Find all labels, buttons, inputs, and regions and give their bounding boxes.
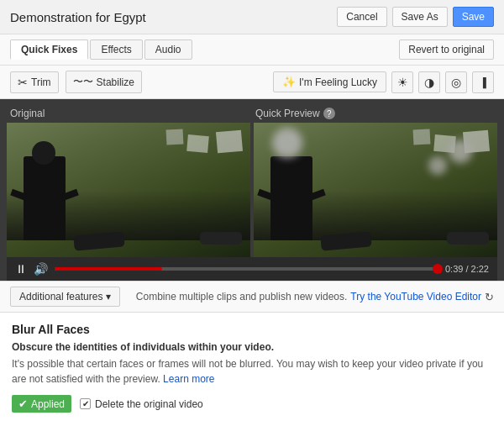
blur-section-subtitle: Obscure the identities of individuals wi… [12,341,492,353]
delete-original-checkbox-row[interactable]: ✔ Delete the original video [80,398,203,410]
color-temp-button[interactable]: ▐ [472,71,494,93]
stabilize-label: Stabilize [97,76,134,88]
try-editor-link[interactable]: Try the YouTube Video Editor [350,291,481,303]
trim-icon: ✂ [18,76,28,89]
original-label: Original [7,108,252,119]
video-controls: ⏸ 🔊 0:39 / 2:22 [7,257,497,281]
contrast-icon: ◑ [424,76,434,89]
progress-bar[interactable] [55,267,438,271]
stabilize-button[interactable]: 〜〜 Stabilize [66,71,142,93]
feeling-lucky-button[interactable]: ✨ I'm Feeling Lucky [273,71,386,92]
tab-effects[interactable]: Effects [90,39,142,60]
header-buttons: Cancel Save As Save [337,7,494,27]
combine-text-area: Combine multiple clips and publish new v… [136,291,494,303]
saturation-icon: ◎ [451,76,461,89]
lucky-icon: ✨ [282,76,296,88]
delete-checkbox[interactable]: ✔ [80,398,91,409]
tab-audio[interactable]: Audio [144,39,192,60]
saturation-button[interactable]: ◎ [445,71,467,93]
trim-button[interactable]: ✂ Trim [10,71,59,93]
contrast-button[interactable]: ◑ [418,71,440,93]
save-as-button[interactable]: Save As [392,7,448,27]
preview-label: Quick Preview ? [252,108,497,119]
lucky-label: I'm Feeling Lucky [299,76,377,88]
preview-video-panel [254,123,497,257]
applied-label: Applied [31,398,65,410]
page-title: Demonstration for Egypt [10,10,146,24]
blur-section-title: Blur All Faces [12,323,492,336]
progress-bar-fill [55,267,162,271]
trim-label: Trim [31,76,51,88]
blur-all-faces-section: Blur All Faces Obscure the identities of… [0,313,504,421]
applied-badge: ✔ Applied [12,395,71,413]
learn-more-link[interactable]: Learn more [163,373,214,385]
play-pause-button[interactable]: ⏸ [15,262,27,276]
header: Demonstration for Egypt Cancel Save As S… [0,0,504,34]
original-video-panel [7,123,250,257]
toolbar-row: Quick Fixes Effects Audio Revert to orig… [0,34,504,66]
save-button[interactable]: Save [453,7,494,27]
bottom-toolbar: Additional features ▾ Combine multiple c… [0,281,504,313]
cancel-button[interactable]: Cancel [337,7,386,27]
additional-features-button[interactable]: Additional features ▾ [10,287,120,307]
dropdown-icon: ▾ [106,291,111,303]
tools-left: ✂ Trim 〜〜 Stabilize [10,71,142,93]
refresh-icon: ↻ [485,291,494,303]
tools-row: ✂ Trim 〜〜 Stabilize ✨ I'm Feeling Lucky … [0,66,504,99]
tabs: Quick Fixes Effects Audio [10,39,192,60]
video-labels: Original Quick Preview ? [7,108,497,119]
progress-dot [433,264,443,274]
volume-button[interactable]: 🔊 [34,262,48,276]
revert-button[interactable]: Revert to original [399,39,494,60]
brightness-button[interactable]: ☀ [391,71,413,93]
tab-quick-fixes[interactable]: Quick Fixes [10,39,88,60]
preview-help-icon[interactable]: ? [323,108,335,119]
delete-label: Delete the original video [95,398,203,410]
video-area: Original Quick Preview ? [0,99,504,281]
color-temp-icon: ▐ [480,77,486,87]
blur-section-description: It's possible that certain faces or fram… [12,356,492,387]
tools-right: ✨ I'm Feeling Lucky ☀ ◑ ◎ ▐ [273,71,494,93]
brightness-icon: ☀ [397,76,408,89]
time-display: 0:39 / 2:22 [445,264,489,274]
combine-text: Combine multiple clips and publish new v… [136,291,347,303]
applied-row: ✔ Applied ✔ Delete the original video [12,395,492,413]
additional-features-label: Additional features [19,291,102,303]
stabilize-icon: 〜〜 [73,75,93,89]
video-panels [7,123,497,257]
applied-check-icon: ✔ [18,397,28,410]
